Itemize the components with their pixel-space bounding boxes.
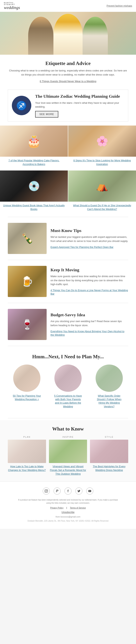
zodiac-icon: ♐ (16, 100, 27, 111)
feature-tips-link[interactable]: Expert-Approved Tips for Planning the Pe… (50, 246, 114, 248)
circle-item-vendors[interactable]: What Specific Order Should I Follow When… (90, 364, 128, 408)
grid-image-flowers: 🌸 (68, 126, 136, 157)
know-image-plan (8, 440, 46, 463)
twitter-icon[interactable] (75, 488, 82, 494)
logo-area: MARTHA STEWART weddings (4, 2, 20, 10)
what-title: What to Know (8, 426, 128, 432)
feature-tips-title: Must-Know Tips (50, 228, 128, 233)
hero-people (28, 12, 108, 55)
feature-moving-link[interactable]: 4 Things You Can Do to Ensure a Line Nev… (50, 289, 128, 295)
svg-point-2 (47, 490, 47, 490)
circle-item-reception[interactable]: 50 Tips for Planning Your Wedding Recept… (8, 364, 46, 408)
circle-caption-vendors: What Specific Order Should I Follow When… (95, 394, 124, 408)
feature-budget-title: Budget-Savvy Idea (50, 312, 128, 318)
person-center (53, 14, 83, 55)
cake-caption-text: 7 of the Most Popular Wedding Cake Flavo… (8, 159, 59, 166)
pinterest-icon[interactable]: P (54, 488, 61, 494)
feature-budget-link[interactable]: Everything You Need to Know About Bringi… (50, 330, 124, 336)
grid-caption-cake: 7 of the Most Popular Wedding Cake Flavo… (0, 157, 68, 170)
tips-icon: 🍾 (21, 233, 33, 244)
see-more-button[interactable]: SEE MORE (35, 111, 58, 118)
know-item-inspire[interactable]: INSPIRE Vineyard Views and Vibrant Flora… (49, 436, 87, 476)
email-container: MARTHA STEWART weddings Prevent fashion … (0, 0, 136, 529)
grid-image-vinyl: 💿 (0, 170, 68, 202)
divider-5 (8, 418, 128, 418)
grid-image-cake: 🎂 (0, 126, 68, 157)
grid-item-cake[interactable]: 🎂 7 of the Most Popular Wedding Cake Fla… (0, 126, 68, 170)
vinyl-icon: 💿 (28, 180, 40, 192)
person-left (28, 17, 53, 55)
know-item-plan[interactable]: PLAN How Late Is Too Late to Make Change… (8, 436, 46, 476)
grid-image-outdoor: ⛺ (68, 170, 136, 202)
know-image-style (90, 440, 128, 463)
budget-icon: 🍷 (21, 319, 33, 330)
feature-tips: 🍾 Must-Know Tips We've tackled your bigg… (0, 219, 136, 258)
feature-image-tips: 🍾 (8, 223, 47, 254)
social-section: P f If a product we feature has been ind… (0, 482, 136, 529)
feature-image-budget: 🍷 (8, 309, 47, 340)
cake-icon: 🎂 (27, 134, 41, 148)
know-label-style: STYLE (90, 436, 128, 438)
logo-weddings: weddings (4, 6, 20, 10)
flowers-caption-text: 8 Signs It's Time to Stop Looking for Mo… (73, 159, 131, 166)
privacy-policy-link[interactable]: Privacy Policy (50, 506, 63, 509)
featured-card-content: The Ultimate Zodiac Wedding Planning Gui… (35, 94, 124, 118)
instagram-icon[interactable] (43, 488, 50, 494)
nav-link[interactable]: Prevent fashion mishaps (107, 4, 132, 7)
moving-icon: 🍺 (21, 276, 33, 287)
etiquette-section: Etiquette and Advice Choosing what to we… (0, 55, 136, 90)
featured-card-title: The Ultimate Zodiac Wedding Planning Gui… (35, 94, 124, 99)
featured-card: ♐ The Ultimate Zodiac Wedding Planning G… (8, 90, 128, 122)
grid-item-vinyl[interactable]: 💿 Unique Wedding Guest Book Ideas That A… (0, 170, 68, 215)
grid-item-outdoor[interactable]: ⛺ What Should a Guest Do If He or She Un… (68, 170, 136, 215)
feature-budget: 🍷 Budget-Savvy Idea Are you stocking you… (0, 305, 136, 344)
hero-image (0, 12, 136, 55)
social-icons-row: P f (8, 488, 128, 494)
facebook-icon[interactable]: f (64, 488, 72, 494)
know-label-plan: PLAN (8, 436, 46, 438)
divider-4 (8, 346, 128, 346)
vinyl-caption-text: Unique Wedding Guest Book Ideas That Are… (3, 204, 65, 210)
circle-image-vendors (96, 364, 123, 392)
footer-links: Privacy Policy | Terms of Service (8, 506, 128, 509)
etiquette-article-link[interactable]: 6 Things Guests Should Never Wear to a W… (8, 80, 128, 83)
feature-tips-content: Must-Know Tips We've tackled your bigges… (50, 228, 128, 249)
know-item-style[interactable]: STYLE The Best Hairstyles for Every Wedd… (90, 436, 128, 476)
grid-caption-outdoor: What Should a Guest Do If He or She Unex… (68, 202, 136, 215)
circles-row: 50 Tips for Planning Your Wedding Recept… (8, 364, 128, 408)
person-right (83, 17, 108, 55)
grid-caption-flowers: 8 Signs It's Time to Stop Looking for Mo… (68, 157, 136, 170)
divider-1 (8, 217, 128, 217)
grid-row-1: 🎂 7 of the Most Popular Wedding Cake Fla… (0, 126, 136, 170)
feature-budget-desc: Are you stocking your own wedding bar? R… (50, 319, 128, 328)
svg-point-1 (45, 490, 47, 492)
know-caption-plan: How Late Is Too Late to Make Changes to … (8, 465, 46, 472)
footer-address: Dotdash Meredith, 225 Liberty St., 4th F… (8, 520, 128, 522)
grid-row-2: 💿 Unique Wedding Guest Book Ideas That A… (0, 170, 136, 215)
outdoor-icon: ⛺ (96, 180, 108, 192)
footer-disclaimer: If a product we feature has been indepen… (8, 498, 128, 505)
divider-3 (8, 303, 128, 303)
flowers-icon: 🌸 (96, 136, 108, 147)
feature-moving-content: Keep It Moving Make sure guests spend le… (50, 268, 128, 296)
section-subtitle: Choosing what to wear to a wedding can b… (8, 69, 128, 77)
divider-2 (8, 260, 128, 260)
section-title: Etiquette and Advice (8, 60, 128, 66)
circle-caption-parents: 5 Conversations to Have with Both Your P… (53, 394, 83, 408)
grid-item-flowers[interactable]: 🌸 8 Signs It's Time to Stop Looking for … (68, 126, 136, 170)
circle-image-reception (13, 364, 40, 392)
youtube-icon[interactable] (86, 488, 93, 494)
footer-email: from lxxxxxxx@gmail.com (8, 516, 128, 518)
feature-budget-content: Budget-Savvy Idea Are you stocking your … (50, 312, 128, 336)
hmm-title: Hmm...Next, I Need to Plan My... (8, 354, 128, 360)
circle-image-parents (54, 364, 82, 392)
feature-moving: 🍺 Keep It Moving Make sure guests spend … (0, 262, 136, 301)
header: MARTHA STEWART weddings Prevent fashion … (0, 0, 136, 12)
circle-item-parents[interactable]: 5 Conversations to Have with Both Your P… (49, 364, 87, 408)
svg-rect-0 (45, 490, 48, 492)
unsubscribe-link[interactable]: Unsubscribe (8, 511, 128, 514)
know-image-inspire (49, 440, 87, 463)
hmm-section: Hmm...Next, I Need to Plan My... 50 Tips… (0, 348, 136, 416)
footer-divider: | (66, 506, 67, 509)
terms-link[interactable]: Terms of Service (70, 506, 86, 509)
